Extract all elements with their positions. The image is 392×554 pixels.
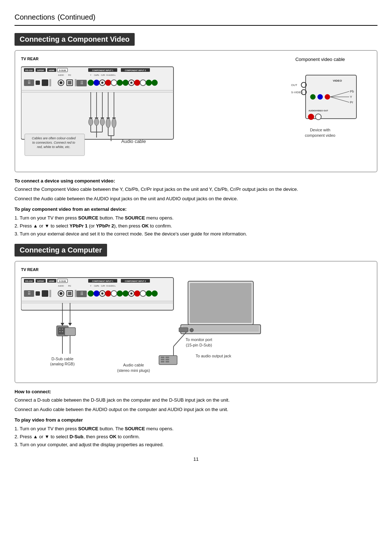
svg-point-44 [152,80,158,86]
svg-point-32 [94,80,99,86]
svg-point-35 [105,80,111,86]
svg-rect-166 [179,328,188,332]
svg-rect-173 [161,359,164,360]
svg-point-121 [60,292,62,295]
svg-rect-119 [49,290,51,297]
svg-text:to connectors. Connect red to: to connectors. Connect red to [32,141,75,144]
svg-point-137 [134,291,140,296]
svg-point-128 [94,291,99,296]
svg-text:Cr/Pr: Cr/Pr [101,285,105,287]
svg-text:(analog RGB): (analog RGB) [50,362,74,366]
svg-point-138 [140,291,146,296]
svg-point-84 [325,94,330,99]
svg-point-149 [60,329,61,330]
computer-tv-rear: TV REAR RS-232 S/PDIF HDMI D-SUB COMPONE… [21,267,371,377]
component-video-section: Connecting a Component Video TV REAR RS-… [15,33,377,238]
component-video-title: Connecting a Component Video [20,35,130,43]
svg-text:Pb: Pb [350,90,354,93]
svg-point-152 [60,331,61,332]
svg-text:⠿: ⠿ [80,291,83,296]
svg-point-40 [130,82,132,84]
svg-text:PIC: PIC [68,74,72,76]
tv-rear-label: TV REAR [21,57,262,61]
svg-text:⠿: ⠿ [28,291,31,296]
svg-point-31 [88,80,94,86]
svg-text:RS-232: RS-232 [25,69,33,71]
svg-text:COMPONENT INPUT 2: COMPONENT INPUT 2 [125,280,146,282]
svg-text:D-SUB: D-SUB [59,280,66,282]
svg-text:R-AUDIO-L: R-AUDIO-L [106,285,116,287]
svg-rect-27 [68,81,72,85]
svg-point-131 [105,291,111,296]
svg-rect-118 [42,290,48,297]
computer-instructions: How to connect: Connect a D-sub cable be… [15,389,377,449]
svg-text:RS-232: RS-232 [25,280,33,282]
svg-text:Pr: Pr [350,100,353,104]
svg-text:OUT: OUT [291,83,297,87]
svg-rect-117 [36,291,40,296]
svg-rect-155 [65,328,75,336]
play-computer-steps: Turn on your TV then press SOURCE button… [15,425,377,449]
svg-text:Cables are often colour-coded: Cables are often colour-coded [32,136,76,140]
svg-rect-172 [161,357,164,358]
svg-rect-124 [75,290,77,297]
device-svg: VIDEO OUT S-VIDEO [277,64,364,155]
connect-device-title: To connect a device using component vide… [15,178,377,184]
play-step-2: Press ▲ or ▼ to select YPbPr 1 (or YPbPr… [15,222,377,230]
svg-point-132 [111,291,117,296]
svg-point-136 [130,292,132,295]
svg-text:AUDIO: AUDIO [58,285,64,287]
svg-rect-177 [166,361,169,362]
svg-point-133 [117,291,123,296]
svg-point-167 [190,328,193,332]
svg-point-43 [146,80,152,86]
svg-point-59 [100,118,105,126]
computer-tv-label: TV REAR [21,267,371,272]
svg-rect-175 [166,357,169,358]
component-diagram-svg: RS-232 S/PDIF HDMI D-SUB COMPONENT INPUT… [21,63,195,165]
title-continued: (Continued) [57,13,95,21]
svg-text:S/PDIF: S/PDIF [37,69,44,71]
svg-point-58 [94,118,99,126]
svg-text:Cr/Pr: Cr/Pr [101,74,105,76]
svg-point-37 [117,80,123,86]
svg-rect-161 [190,283,252,323]
svg-point-41 [134,80,140,86]
computer-section: Connecting a Computer TV REAR RS-232 S/P… [15,244,377,449]
computer-title: Connecting a Computer [20,246,102,254]
svg-text:D-SUB: D-SUB [59,69,66,71]
svg-rect-176 [166,359,169,360]
svg-point-36 [111,80,117,86]
component-video-header: Connecting a Component Video [15,33,135,46]
svg-text:PIC: PIC [68,285,72,287]
connect-device-p2: Connect the Audio cable between the AUDI… [15,195,377,202]
svg-point-34 [101,82,103,84]
svg-text:Cb/Pb: Cb/Pb [94,285,99,287]
play-step-1: Turn on your TV then press SOURCE button… [15,214,377,222]
svg-text:To audio output jack: To audio output jack [196,354,231,358]
how-to-connect-p1: Connect a D-sub cable between the D-SUB … [15,397,377,404]
page-title: Connections (Continued) [15,11,377,26]
svg-rect-21 [42,79,48,86]
svg-text:COMPONENT INPUT 1: COMPONENT INPUT 1 [92,69,113,71]
play-computer-title: To play video from a computer [15,417,377,423]
svg-point-134 [123,291,128,296]
svg-point-25 [60,81,62,84]
svg-point-139 [146,291,152,296]
component-cable-label: Component video cable [295,57,345,62]
svg-text:S/PDIF: S/PDIF [37,280,44,282]
computer-diagram-svg: RS-232 S/PDIF HDMI D-SUB COMPONENT INPUT… [21,274,268,376]
svg-text:AUDIO: AUDIO [58,74,64,76]
svg-rect-163 [183,326,259,332]
page-number: 11 [15,456,377,462]
svg-rect-22 [49,79,51,86]
svg-text:HDMI: HDMI [49,280,54,282]
how-to-connect-p2: Connect an Audio cable between the AUDIO… [15,406,377,413]
svg-point-127 [88,291,94,296]
svg-text:COMPONENT INPUT 1: COMPONENT INPUT 1 [92,280,113,282]
svg-rect-123 [68,292,72,295]
play-component-title: To play component video from an external… [15,206,377,212]
computer-step-2: Press ▲ or ▼ to select D-Sub, then press… [15,433,377,441]
svg-text:Cb/Pb: Cb/Pb [94,74,99,76]
svg-point-92 [308,114,314,120]
